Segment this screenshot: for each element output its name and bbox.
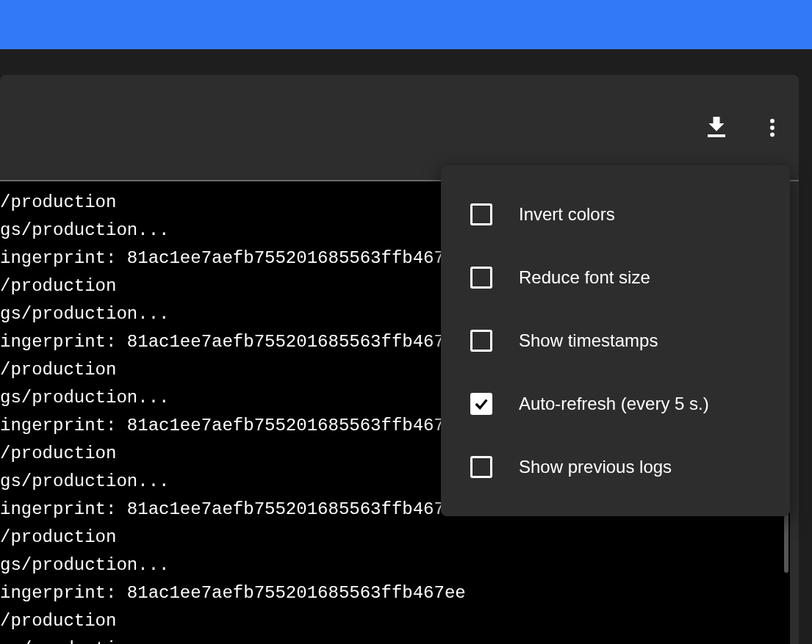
menu-item-label: Invert colors [519, 204, 615, 225]
svg-rect-1 [708, 134, 725, 137]
svg-marker-0 [709, 117, 725, 131]
download-button[interactable] [699, 110, 734, 145]
log-line: /production [0, 524, 790, 551]
log-line: ingerprint: 81ac1ee7aefb755201685563ffb4… [0, 579, 790, 607]
log-line: /production [0, 607, 790, 635]
more-vert-icon [761, 116, 784, 140]
checkbox-icon [470, 330, 492, 352]
svg-point-4 [770, 132, 775, 137]
svg-point-2 [770, 118, 775, 123]
menu-item-show-previous-logs[interactable]: Show previous logs [441, 435, 790, 499]
more-options-button[interactable] [755, 110, 790, 145]
menu-item-show-timestamps[interactable]: Show timestamps [441, 309, 790, 372]
options-menu: Invert colors Reduce font size Show time… [441, 165, 790, 516]
menu-item-label: Show timestamps [519, 330, 658, 351]
log-line: gs/production... [0, 635, 790, 644]
log-line: gs/production... [0, 551, 790, 579]
checkbox-icon [470, 203, 492, 225]
checkbox-icon [470, 456, 492, 478]
svg-point-3 [770, 126, 775, 130]
menu-item-reduce-font-size[interactable]: Reduce font size [441, 246, 790, 309]
download-icon [703, 115, 730, 141]
menu-item-auto-refresh[interactable]: Auto-refresh (every 5 s.) [441, 372, 790, 435]
top-banner [0, 0, 812, 49]
menu-item-label: Reduce font size [519, 267, 650, 288]
menu-item-label: Show previous logs [519, 457, 672, 477]
menu-item-invert-colors[interactable]: Invert colors [441, 183, 790, 246]
menu-item-label: Auto-refresh (every 5 s.) [519, 394, 709, 414]
checkbox-checked-icon [470, 393, 492, 415]
checkbox-icon [470, 267, 492, 289]
